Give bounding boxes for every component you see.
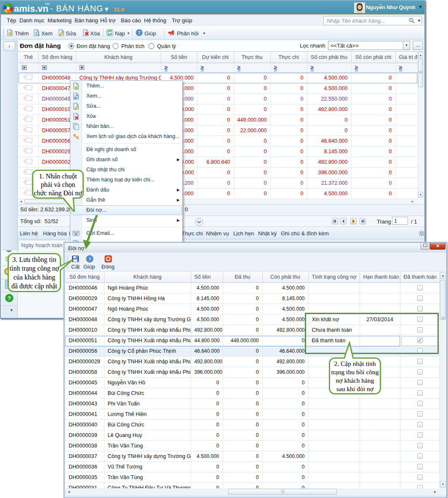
svg-text:?: ?	[88, 257, 91, 262]
svg-text:?: ?	[138, 30, 140, 35]
svg-text:?: ?	[8, 295, 11, 301]
